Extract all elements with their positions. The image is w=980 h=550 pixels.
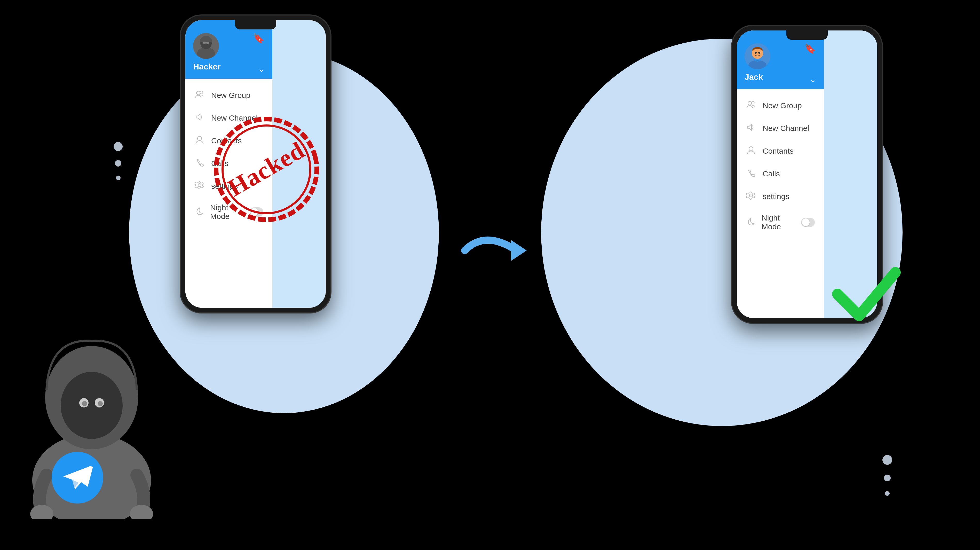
decorative-dots-right xyxy=(880,453,895,498)
right-menu-night-mode[interactable]: Night Mode xyxy=(737,208,824,237)
right-contacts-label: Contants xyxy=(763,147,794,155)
right-night-mode-toggle[interactable] xyxy=(801,218,815,227)
right-menu-new-group[interactable]: New Group xyxy=(737,94,824,117)
right-sidebar-panel: Jack 🔖 ⌄ New Group xyxy=(737,30,824,318)
right-group-icon xyxy=(746,100,756,111)
right-calls-label: Calls xyxy=(763,169,780,178)
left-phone: Hacker 🔖 ⌄ New Group xyxy=(181,16,331,312)
right-calls-icon xyxy=(746,168,756,179)
left-calls-icon xyxy=(194,158,205,169)
left-channel-icon xyxy=(194,112,205,124)
right-phone-notch xyxy=(786,30,828,40)
telegram-logo xyxy=(52,452,103,504)
svg-point-28 xyxy=(748,102,751,105)
right-night-mode-label: Night Mode xyxy=(762,214,792,231)
svg-point-30 xyxy=(749,147,753,151)
direction-arrow xyxy=(460,225,532,277)
left-bookmark-icon: 🔖 xyxy=(253,33,265,44)
svg-marker-0 xyxy=(511,240,527,261)
svg-point-16 xyxy=(196,91,200,95)
svg-point-27 xyxy=(758,52,760,54)
right-night-mode-icon xyxy=(746,217,755,228)
right-bookmark-icon: 🔖 xyxy=(805,43,816,54)
left-chevron-icon: ⌄ xyxy=(258,65,265,73)
right-menu-contacts[interactable]: Contants xyxy=(737,140,824,163)
right-new-channel-label: New Channel xyxy=(763,124,809,133)
svg-point-31 xyxy=(749,194,752,197)
left-group-icon xyxy=(194,89,205,101)
right-avatar xyxy=(745,43,770,69)
green-checkmark xyxy=(830,258,902,338)
left-phone-frame: Hacker 🔖 ⌄ New Group xyxy=(181,16,331,312)
svg-point-6 xyxy=(82,401,87,406)
right-phone: Jack 🔖 ⌄ New Group xyxy=(732,26,882,323)
left-phone-screen: Hacker 🔖 ⌄ New Group xyxy=(185,20,326,308)
right-chevron-icon: ⌄ xyxy=(810,75,816,84)
left-menu-new-group[interactable]: New Group xyxy=(185,84,272,107)
right-contacts-icon xyxy=(746,145,756,157)
svg-point-3 xyxy=(60,372,123,439)
left-username: Hacker xyxy=(193,62,221,72)
right-username: Jack xyxy=(745,72,763,82)
left-new-group-label: New Group xyxy=(211,91,250,100)
svg-point-17 xyxy=(200,91,203,94)
left-avatar xyxy=(193,33,219,59)
svg-text:Hacked: Hacked xyxy=(223,136,309,202)
right-menu-calls[interactable]: Calls xyxy=(737,163,824,185)
decorative-dots-left xyxy=(111,139,125,183)
right-channel-icon xyxy=(746,123,756,134)
svg-point-18 xyxy=(197,136,202,140)
right-settings-icon xyxy=(746,191,756,202)
svg-point-26 xyxy=(755,52,757,54)
right-menu-new-channel[interactable]: New Channel xyxy=(737,117,824,140)
svg-point-7 xyxy=(98,401,103,406)
right-new-group-label: New Group xyxy=(763,101,802,110)
right-settings-label: settings xyxy=(763,192,789,201)
right-menu-settings[interactable]: settings xyxy=(737,185,824,208)
left-phone-notch xyxy=(235,20,276,29)
left-night-mode-icon xyxy=(194,206,204,218)
svg-point-19 xyxy=(198,183,201,187)
right-menu-items: New Group New Channel Cont xyxy=(737,89,824,318)
svg-point-29 xyxy=(751,102,754,104)
left-settings-icon xyxy=(194,180,205,192)
